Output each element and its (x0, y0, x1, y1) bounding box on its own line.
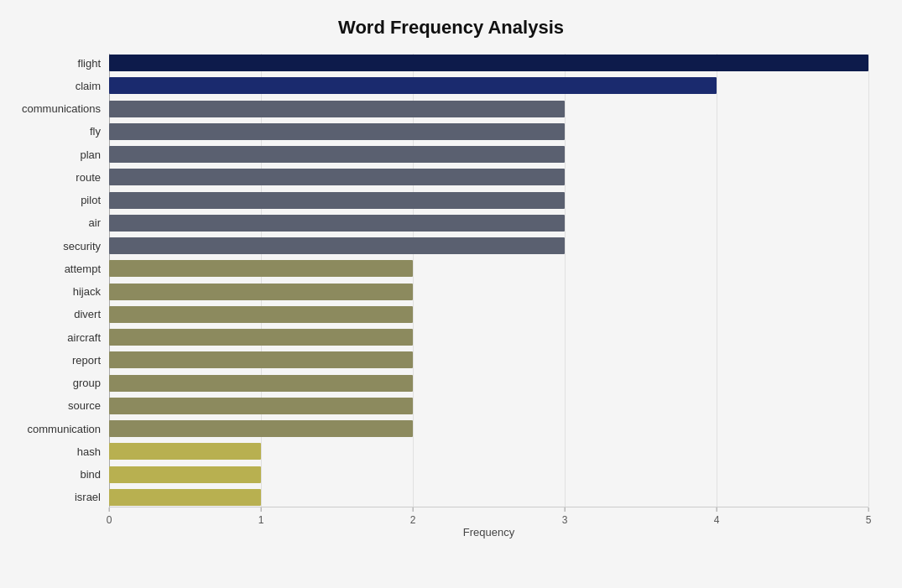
bar-label: route (0, 171, 109, 184)
x-tick-label: 4 (714, 514, 720, 526)
bar (109, 260, 413, 277)
bar (109, 123, 565, 140)
x-tick-line (109, 507, 110, 512)
bar-row: plan (109, 145, 868, 164)
bar-row: claim (109, 76, 868, 95)
bar-label: group (0, 377, 109, 389)
bar-row: report (109, 351, 868, 369)
bar (109, 192, 565, 209)
bar (109, 215, 565, 232)
bar-label: hijack (0, 285, 109, 298)
bar (109, 489, 261, 506)
bar-label: divert (0, 308, 109, 320)
chart-container: Word Frequency Analysis flightclaimcommu… (0, 0, 902, 588)
x-tick: 2 (410, 507, 416, 526)
bar (109, 398, 413, 414)
gridline (868, 54, 869, 507)
chart-area: flightclaimcommunicationsflyplanroutepil… (109, 54, 868, 540)
bar-label: hash (0, 445, 109, 458)
bar (109, 351, 413, 368)
bar-row: pilot (109, 191, 868, 210)
bar-row: hijack (109, 283, 868, 301)
bars-wrapper: flightclaimcommunicationsflyplanroutepil… (109, 54, 868, 507)
bar-row: air (109, 214, 868, 232)
bar-label: israel (0, 491, 109, 503)
x-tick-line (868, 507, 869, 512)
bar-label: flight (0, 57, 109, 70)
x-tick: 0 (107, 507, 112, 526)
bar-row: israel (109, 488, 868, 507)
x-axis: Frequency 012345 (109, 507, 868, 540)
bar (109, 375, 413, 392)
bar-row: flight (109, 54, 868, 72)
bar-row: communication (109, 419, 868, 438)
bar-label: communication (0, 423, 109, 435)
bar (109, 169, 565, 185)
bar (109, 146, 565, 163)
x-tick: 3 (562, 507, 568, 526)
bar-label: aircraft (0, 331, 109, 344)
bar-row: group (109, 374, 868, 393)
bar-row: hash (109, 442, 868, 461)
x-tick-line (413, 507, 414, 512)
x-tick-label: 0 (107, 514, 112, 526)
bar-row: route (109, 168, 868, 186)
chart-title: Word Frequency Analysis (34, 17, 868, 39)
bar-label: claim (0, 80, 109, 92)
bar (109, 237, 565, 254)
x-tick-label: 5 (866, 514, 872, 526)
bar (109, 55, 868, 71)
bar-label: attempt (0, 263, 109, 275)
bar (109, 420, 413, 437)
bar (109, 443, 261, 460)
bar-label: security (0, 240, 109, 252)
bar-label: pilot (0, 194, 109, 206)
bar (109, 284, 413, 300)
x-tick-line (565, 507, 566, 512)
bar (109, 466, 261, 483)
bar-label: report (0, 354, 109, 367)
bar-label: source (0, 399, 109, 412)
bar-row: aircraft (109, 328, 868, 346)
bar-row: communications (109, 100, 868, 118)
bar-row: attempt (109, 259, 868, 278)
bar (109, 329, 413, 346)
bar-row: security (109, 237, 868, 255)
bar-row: bind (109, 466, 868, 484)
x-tick: 4 (714, 507, 720, 526)
x-tick: 1 (258, 507, 264, 526)
x-tick-line (717, 507, 717, 512)
bar (109, 101, 565, 117)
bar-label: fly (0, 125, 109, 138)
bar (109, 77, 717, 94)
x-tick-label: 1 (258, 514, 264, 526)
bar-label: communications (0, 102, 109, 115)
x-tick-label: 3 (562, 514, 568, 526)
x-axis-label: Frequency (109, 526, 868, 539)
x-tick: 5 (866, 507, 872, 526)
bar-row: source (109, 397, 868, 415)
bar-label: bind (0, 468, 109, 481)
bar (109, 306, 413, 323)
bar-label: air (0, 216, 109, 229)
bar-label: plan (0, 148, 109, 161)
x-tick-line (261, 507, 262, 512)
x-tick-label: 2 (410, 514, 416, 526)
bar-row: divert (109, 305, 868, 324)
bar-row: fly (109, 122, 868, 141)
